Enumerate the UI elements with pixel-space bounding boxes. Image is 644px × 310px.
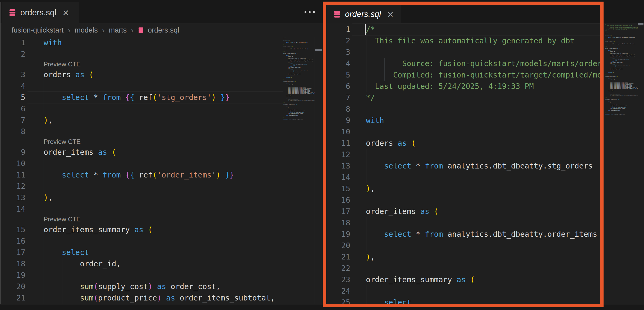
line-number: 16 [326, 194, 350, 206]
code-line[interactable]: Compiled: fusion-quickstart/target/compi… [366, 69, 600, 81]
code-line[interactable] [366, 149, 370, 160]
indent-guide [366, 35, 366, 92]
code-line[interactable] [366, 240, 370, 251]
code-line[interactable] [44, 80, 48, 92]
breadcrumb-item-models[interactable]: models [75, 26, 98, 34]
indent-guide [44, 158, 44, 192]
minimap-line: select * from customer_order_count [605, 114, 638, 115]
code-line[interactable]: order_items as ( [44, 147, 116, 158]
code-line[interactable]: Source: fusion-quickstart/models/marts/o… [366, 58, 600, 69]
line-number: 16 [0, 235, 25, 247]
minimap-line: select * from customer_order_count [283, 119, 315, 120]
code-line[interactable]: select * from {{ ref('order_items') }} [44, 169, 234, 181]
breadcrumb-item-marts[interactable]: marts [109, 26, 127, 34]
code-line[interactable]: with [44, 37, 62, 48]
code-line[interactable]: order_items_summary as ( [366, 274, 475, 285]
line-number: 17 [0, 247, 25, 258]
code-line[interactable] [44, 158, 48, 169]
line-number: 3 [0, 69, 25, 80]
code-line[interactable] [44, 181, 48, 192]
line-number: 13 [326, 160, 350, 172]
code-line[interactable] [44, 270, 48, 281]
code-line[interactable]: sum(product_price) as order_items_subtot… [44, 292, 275, 304]
line-number: 18 [0, 258, 25, 270]
line-number: 10 [0, 158, 25, 169]
breadcrumb: fusion-quickstart › models › marts › ord… [12, 23, 281, 37]
code-line[interactable]: */ [366, 92, 375, 103]
code-line[interactable]: select [366, 297, 411, 304]
code-line[interactable]: ), [366, 183, 375, 194]
close-icon[interactable]: × [63, 7, 69, 18]
line-number: 19 [0, 270, 25, 281]
code-line[interactable]: select [44, 247, 89, 258]
code-line[interactable]: ), [44, 115, 53, 126]
line-number: 23 [326, 274, 350, 285]
line-number: 24 [326, 285, 350, 297]
code-line[interactable]: orders as ( [366, 138, 416, 149]
line-number: 9 [0, 147, 25, 158]
code-line[interactable]: select * from analytics.dbt_dbeatty.stg_… [366, 160, 593, 172]
code-line[interactable] [366, 126, 370, 138]
code-line[interactable]: sum(supply_cost) as order_cost, [44, 281, 220, 292]
codelens-preview-cte[interactable]: Preview CTE [44, 215, 81, 224]
more-actions-icon[interactable] [305, 11, 315, 13]
line-number: 8 [0, 126, 25, 137]
codelens-preview-cte[interactable]: Preview CTE [44, 137, 81, 147]
code-line[interactable] [366, 217, 370, 229]
code-line[interactable] [366, 172, 370, 183]
tab-label: orders.sql [20, 8, 56, 17]
minimap-line: select * from analytics.dbt_dbeatty.stg_… [605, 37, 638, 38]
line-number: 4 [0, 80, 25, 92]
line-number: 7 [0, 115, 25, 126]
code-line[interactable]: order_items as ( [366, 206, 439, 217]
code-line[interactable] [44, 203, 48, 215]
scrollbar-track[interactable] [315, 37, 315, 304]
code-line[interactable]: This file was automatically generated by… [366, 35, 574, 47]
code-line[interactable] [44, 126, 48, 137]
code-line[interactable] [366, 194, 370, 206]
line-number: 21 [326, 251, 350, 263]
code-line[interactable]: Last updated: 5/24/2025, 4:19:33 PM [366, 81, 534, 92]
code-line[interactable]: select * from {{ ref('stg_orders') }} [44, 92, 230, 103]
overview-ruler-marker [315, 49, 322, 51]
current-line-border [352, 35, 600, 35]
line-number: 19 [326, 229, 350, 240]
tab-orders-sql-left[interactable]: orders.sql × [2, 2, 79, 23]
indent-guide [384, 58, 385, 81]
minimap-left[interactable]: with orders as ( select * from {{ ref('s… [283, 38, 315, 304]
line-number: 20 [0, 281, 25, 292]
line-number: 11 [326, 138, 350, 149]
code-line[interactable] [366, 263, 370, 274]
breadcrumb-item-file[interactable]: orders.sql [148, 26, 179, 34]
code-line[interactable]: with [366, 115, 384, 126]
code-line[interactable]: ), [44, 192, 53, 203]
tab-orders-sql-right-preview[interactable]: orders.sql × [326, 5, 401, 23]
database-icon [138, 27, 144, 34]
code-line[interactable]: ), [366, 251, 375, 263]
breadcrumb-item-project[interactable]: fusion-quickstart [12, 26, 64, 34]
code-line[interactable]: order_id, [44, 258, 121, 270]
indent-guide [44, 80, 44, 115]
editor-right[interactable]: 1/*2 This file was automatically generat… [326, 23, 600, 304]
code-line[interactable] [366, 47, 370, 58]
close-icon[interactable]: × [387, 9, 393, 20]
code-line[interactable]: select * from analytics.dbt_dbeatty.orde… [366, 229, 597, 240]
code-line[interactable] [44, 103, 48, 115]
line-number: 4 [326, 58, 350, 69]
code-line[interactable] [366, 285, 370, 297]
line-number: 17 [326, 206, 350, 217]
editor-left[interactable]: 1with2 Preview CTE3orders as (4 5 select… [0, 37, 283, 304]
line-number: 8 [326, 103, 350, 115]
code-line[interactable]: orders as ( [44, 69, 94, 80]
current-line-border [352, 24, 600, 24]
line-number: 11 [0, 169, 25, 181]
minimap-right[interactable]: /* This file was automatically generated… [605, 24, 638, 304]
code-line[interactable] [366, 103, 370, 115]
code-line[interactable] [44, 48, 48, 60]
line-number: 21 [0, 292, 25, 304]
code-line[interactable]: order_items_summary as ( [44, 224, 153, 235]
code-line[interactable] [44, 235, 48, 247]
codelens-preview-cte[interactable]: Preview CTE [44, 60, 81, 69]
indent-guide [366, 217, 366, 251]
code-line[interactable]: /* [366, 24, 375, 35]
